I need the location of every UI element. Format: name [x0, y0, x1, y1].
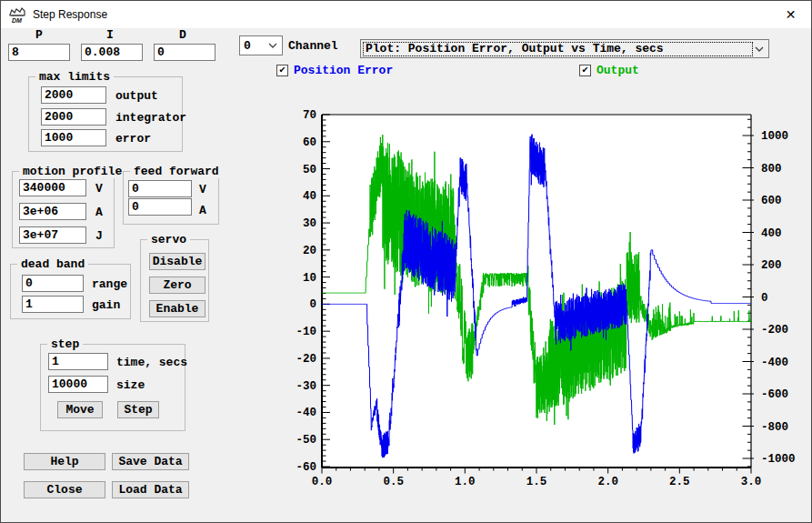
step-button[interactable]: Step	[117, 401, 159, 418]
svg-text:-200: -200	[761, 324, 788, 337]
dead-band-range-label: range	[92, 277, 127, 291]
disable-button[interactable]: Disable	[149, 253, 206, 270]
svg-text:0: 0	[761, 292, 768, 305]
step-response-dialog: DM Step Response ✕ P I D 0 Channel Plot:…	[0, 0, 812, 523]
step-time-label: time, secs	[116, 356, 187, 369]
ff-velocity-label: V	[199, 183, 206, 196]
svg-text:600: 600	[761, 195, 782, 207]
svg-text:1.0: 1.0	[455, 476, 476, 488]
plot-type-value: Plot: Position Error, Output vs Time, se…	[363, 42, 753, 56]
svg-text:2.5: 2.5	[669, 476, 690, 488]
svg-text:40: 40	[303, 190, 316, 203]
max-error-input[interactable]	[41, 129, 106, 146]
jerk-label: J	[95, 229, 103, 243]
p-label: P	[35, 28, 43, 42]
svg-text:0.0: 0.0	[312, 476, 333, 488]
svg-text:20: 20	[303, 245, 316, 257]
svg-text:-30: -30	[296, 380, 316, 393]
acceleration-label: A	[95, 206, 103, 219]
i-gain-input[interactable]	[81, 44, 143, 61]
step-size-input[interactable]	[48, 376, 108, 393]
svg-text:DM: DM	[12, 17, 22, 24]
max-limits-title: max limits	[35, 70, 114, 84]
i-label: I	[106, 28, 114, 42]
velocity-input[interactable]	[19, 179, 86, 196]
svg-text:400: 400	[761, 227, 782, 240]
svg-text:3.0: 3.0	[741, 476, 762, 488]
step-time-input[interactable]	[48, 353, 108, 370]
svg-text:-600: -600	[761, 388, 788, 401]
position-error-label: Position Error	[294, 64, 393, 77]
chevron-down-icon	[268, 43, 277, 48]
svg-text:50: 50	[303, 164, 316, 176]
velocity-label: V	[95, 182, 103, 196]
chevron-down-icon	[755, 46, 764, 52]
svg-text:-10: -10	[296, 326, 316, 338]
close-button[interactable]: Close	[24, 481, 105, 498]
max-output-input[interactable]	[41, 86, 106, 104]
svg-text:60: 60	[303, 136, 316, 149]
svg-text:0.5: 0.5	[383, 476, 404, 488]
svg-text:-50: -50	[296, 434, 316, 447]
ff-acceleration-label: A	[199, 204, 206, 217]
svg-text:2.0: 2.0	[597, 476, 618, 488]
save-data-button[interactable]: Save Data	[112, 453, 189, 470]
max-integrator-label: integrator	[115, 111, 186, 125]
response-plot: 0.00.51.01.52.02.53.0706050403020100-10-…	[290, 104, 804, 515]
d-gain-input[interactable]	[154, 44, 216, 61]
svg-text:10: 10	[303, 272, 316, 285]
step-title: step	[47, 337, 83, 351]
ff-acceleration-input[interactable]	[128, 198, 192, 216]
svg-text:-800: -800	[761, 421, 788, 434]
dead-band-gain-label: gain	[92, 298, 120, 312]
svg-text:0: 0	[309, 298, 316, 311]
app-icon: DM	[8, 5, 26, 24]
position-error-checkbox[interactable]: ✔	[276, 65, 288, 76]
close-icon[interactable]: ✕	[770, 1, 811, 27]
output-label: Output	[596, 64, 639, 77]
motion-profile-title: motion profile	[19, 165, 125, 178]
dead-band-range-input[interactable]	[22, 275, 84, 292]
svg-text:70: 70	[303, 109, 316, 122]
svg-text:30: 30	[303, 217, 316, 230]
max-error-label: error	[115, 132, 151, 146]
ff-velocity-input[interactable]	[128, 180, 192, 197]
window-title: Step Response	[33, 8, 107, 21]
max-integrator-input[interactable]	[41, 108, 106, 126]
acceleration-input[interactable]	[19, 203, 86, 220]
svg-text:-40: -40	[296, 407, 316, 419]
move-button[interactable]: Move	[57, 401, 103, 418]
max-output-label: output	[115, 89, 158, 103]
channel-select[interactable]: 0	[239, 35, 283, 55]
plot-type-select[interactable]: Plot: Position Error, Output vs Time, se…	[360, 39, 769, 58]
svg-text:1000: 1000	[761, 130, 788, 143]
dead-band-title: dead band	[17, 257, 88, 271]
dead-band-gain-input[interactable]	[22, 296, 84, 313]
svg-text:-1000: -1000	[761, 453, 796, 466]
output-checkbox[interactable]: ✔	[579, 65, 591, 76]
jerk-input[interactable]	[19, 226, 86, 244]
svg-text:200: 200	[761, 259, 782, 272]
d-label: D	[179, 28, 186, 42]
channel-label: Channel	[288, 39, 338, 53]
svg-text:-20: -20	[296, 353, 316, 366]
help-button[interactable]: Help	[24, 453, 105, 470]
svg-text:1.5: 1.5	[526, 476, 547, 488]
load-data-button[interactable]: Load Data	[112, 481, 189, 498]
servo-title: servo	[147, 233, 190, 246]
svg-text:800: 800	[761, 163, 782, 176]
step-size-label: size	[116, 378, 145, 392]
svg-text:-60: -60	[296, 461, 316, 474]
feed-forward-title: feed forward	[130, 165, 223, 178]
svg-text:-400: -400	[761, 357, 788, 369]
p-gain-input[interactable]	[8, 44, 70, 61]
zero-button[interactable]: Zero	[149, 277, 206, 294]
response-plot-canvas: 0.00.51.01.52.02.53.0706050403020100-10-…	[290, 104, 804, 515]
channel-value: 0	[240, 39, 251, 53]
title-bar[interactable]: DM Step Response	[1, 1, 811, 28]
enable-button[interactable]: Enable	[149, 300, 206, 317]
